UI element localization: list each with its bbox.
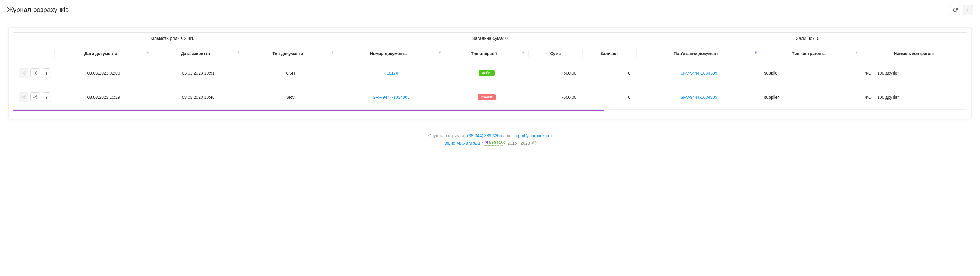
table-row: i 03.03.2023 10:29 03.03.2023 10:46 SRV … [13,85,967,109]
tree-button[interactable] [30,68,40,78]
col-label: Сума [550,51,561,56]
doc-number-link[interactable]: 418176 [384,71,398,75]
horizontal-scrollbar[interactable] [13,109,605,111]
related-doc-link[interactable]: SRV-9444-1034305 [681,71,718,75]
cell-sum: +500,00 [528,61,582,85]
page-header: Журнал розрахунків [0,0,980,20]
cell-related-doc: SRV-9444-1034305 [636,85,761,109]
cell-doc-number: SRV-9444-1034305 [337,85,445,109]
filter-icon[interactable] [146,51,150,54]
footer-years: 2015 - 2023 [508,141,530,146]
cell-counterparty-name: ФОП "100 друзів" [862,61,967,85]
footer-line-2: Користувача угода CAЯBOOK cause we love … [0,140,980,146]
cell-counterparty-name: ФОП "100 друзів" [862,85,967,109]
cell-op-type: Кредит [445,85,529,109]
filter-icon[interactable] [438,51,441,54]
cell-related-doc: SRV-9444-1034305 [636,61,761,85]
filter-icon-active[interactable] [754,51,757,54]
send-button [19,68,29,78]
header-actions [950,5,973,15]
svg-point-5 [33,97,34,98]
cell-sum: -500,00 [528,85,582,109]
cell-op-type: Дебет [445,61,529,85]
col-counterparty-type[interactable]: Тип контрагента [761,46,862,61]
cell-counterparty-type: supplier [761,85,862,109]
cell-doc-type: CSH [243,61,337,85]
col-label: Тип контрагента [792,51,826,56]
doc-number-link[interactable]: SRV-9444-1034305 [373,95,410,100]
col-doc-number[interactable]: Номер документа [337,46,445,61]
op-type-tag: Дебет [479,70,495,76]
col-label: Дата закриття [181,51,210,56]
summary-row: Кількість рядків 2 шт. Загальна сума: 0 … [13,32,967,44]
table-row: i 03.03.2023 02:00 03.03.2023 10:51 CSH … [13,61,967,85]
col-label: Залишок [600,51,619,56]
filter-icon[interactable] [855,51,858,54]
col-doc-type[interactable]: Тип документа [243,46,337,61]
user-agreement-link[interactable]: Користувача угода [444,141,480,146]
table-scroll[interactable]: Дата документа Дата закриття Тип докумен… [13,46,967,111]
summary-balance: Залишок: 0 [649,36,967,41]
col-label: Пов'язаний документ [674,51,718,56]
col-balance[interactable]: Залишок [582,46,636,61]
cell-close-date: 03.03.2023 10:46 [153,85,243,109]
svg-point-3 [36,71,37,72]
footer-support-line: Служба підтримки: +38(044) 389-3355 або … [0,133,980,138]
footer-or: або [503,133,511,138]
page-footer: Служба підтримки: +38(044) 389-3355 або … [0,126,980,155]
svg-point-7 [36,98,37,99]
col-label: Тип документа [272,51,303,56]
refresh-button[interactable] [950,5,960,15]
col-sum[interactable]: Сума [528,46,582,61]
cell-counterparty-type: supplier [761,61,862,85]
summary-row-count: Кількість рядків 2 шт. [13,36,331,41]
filter-icon[interactable] [331,51,334,54]
cell-close-date: 03.03.2023 10:51 [153,61,243,85]
summary-total-sum: Загальна сума: 0 [331,36,649,41]
support-label: Служба підтримки: [428,133,465,138]
info-button[interactable]: i [41,92,51,102]
op-type-tag: Кредит [478,94,495,100]
add-button [963,5,973,15]
carbook-logo: CAЯBOOK cause we love the cars [482,140,505,146]
svg-point-4 [36,74,37,75]
cell-doc-number: 418176 [337,61,445,85]
support-phone-link[interactable]: +38(044) 389-3355 [466,133,502,138]
calculations-table: Дата документа Дата закриття Тип докумен… [13,46,967,109]
filter-icon[interactable] [522,51,525,54]
filter-icon[interactable] [237,51,240,54]
related-doc-link[interactable]: SRV-9444-1034305 [681,95,718,100]
cell-balance: 0 [582,85,636,109]
refresh-icon [953,8,958,12]
send-button [19,92,29,102]
cell-doc-type: SRV [243,85,337,109]
page-title: Журнал розрахунків [7,6,69,14]
col-related-doc[interactable]: Пов'язаний документ [636,46,761,61]
col-op-type[interactable]: Тип операції [445,46,529,61]
cell-doc-date: 03.03.2023 02:00 [54,61,153,85]
cell-doc-date: 03.03.2023 10:29 [54,85,153,109]
info-button[interactable]: i [41,68,51,78]
col-label: Дата документа [84,51,118,56]
col-doc-date[interactable]: Дата документа [54,46,153,61]
col-label: Номер документа [370,51,407,56]
support-email-link[interactable]: support@carbook.pro [511,133,552,138]
col-label: Наймен. контрагент [894,51,935,56]
col-counterparty-name[interactable]: Наймен. контрагент [862,46,967,61]
registered-icon: R [532,141,536,145]
col-close-date[interactable]: Дата закриття [153,46,243,61]
col-label: Тип операції [471,51,497,56]
calculations-card: Кількість рядків 2 шт. Загальна сума: 0 … [8,27,972,119]
cell-balance: 0 [582,61,636,85]
svg-point-2 [33,73,34,73]
svg-point-6 [36,96,37,97]
tree-button[interactable] [30,92,40,102]
plus-icon [966,8,970,12]
table-header-row: Дата документа Дата закриття Тип докумен… [13,46,967,61]
